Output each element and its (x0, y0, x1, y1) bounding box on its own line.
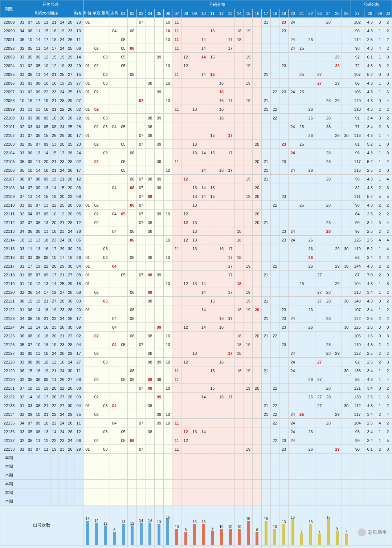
cell-dist: 11 (172, 366, 181, 375)
cell-dist: 27 (315, 297, 324, 305)
cell-dist (155, 332, 164, 340)
cell-dist (136, 70, 146, 79)
cell-dist: 07 (136, 218, 146, 227)
cell-number: 23 (58, 305, 66, 314)
cell-dist (110, 393, 119, 401)
cell-repeat: 2 (376, 105, 384, 114)
cell-dist (253, 401, 262, 410)
cell-dist (146, 149, 155, 157)
cell-period: 22122 (0, 305, 18, 314)
cell-dist: 29 (333, 131, 342, 140)
cell-dist (244, 419, 253, 427)
footer-num: 19 (244, 546, 253, 548)
cell-oddeven: 3:4 (364, 218, 376, 227)
cell-dist (181, 192, 190, 201)
cell-dist (244, 349, 253, 358)
cell-period: 22118 (0, 271, 18, 279)
cell-number: 16 (42, 166, 50, 175)
cell-consec: 0 (384, 271, 392, 279)
cell-dist (146, 210, 155, 218)
cell-oddeven: 4:3 (364, 297, 376, 305)
cell-dist: 19 (244, 262, 253, 271)
cell-dist (333, 427, 342, 436)
cell-dist (306, 227, 315, 236)
cell-dist (315, 323, 324, 332)
cell-repeat: 3 (376, 297, 384, 305)
cell-sum: 122 (351, 314, 364, 323)
cell-dist: 05 (119, 340, 128, 349)
cell-dist (83, 183, 92, 192)
cell-dist (270, 166, 279, 175)
cell-dist (235, 140, 244, 149)
count-bar: 7 (342, 506, 351, 546)
cell-dist (181, 157, 190, 166)
cell-repeat: 3 (376, 18, 384, 27)
cell-consec: 0 (384, 79, 392, 88)
cell-period: 22135 (0, 419, 18, 427)
cell-dist (342, 44, 351, 53)
cell-dist: 21 (262, 366, 271, 375)
cell-number: 16 (42, 105, 50, 114)
cell-number: 10 (34, 332, 42, 340)
cell-dist (315, 27, 324, 35)
cell-number: 21 (50, 18, 58, 27)
cell-consec: 4 (384, 131, 392, 140)
cell-number: 14 (42, 44, 50, 53)
footer-num: 29 (333, 546, 342, 548)
cell-dist (253, 166, 262, 175)
cell-dist: 18 (235, 27, 244, 35)
cell-dist (315, 201, 324, 210)
cell-dist: 06 (128, 44, 137, 53)
cell-consec: 0 (384, 53, 392, 61)
cell-dist (155, 105, 164, 114)
cell-period: 22137 (0, 436, 18, 445)
cell-dist: 26 (306, 323, 315, 332)
cell-dist: 14 (199, 53, 208, 61)
cell-number: 23 (50, 314, 58, 323)
cell-dist (172, 175, 181, 183)
cell-period: 22133 (0, 401, 18, 410)
cell-number: 05 (26, 436, 34, 445)
cell-dist (146, 105, 155, 114)
cell-dist: 05 (119, 61, 128, 70)
cell-dist (110, 96, 119, 105)
cell-dist (92, 79, 101, 88)
cell-dist: 10 (163, 253, 172, 262)
hdr-n14: 14 (235, 9, 244, 18)
cell-consec: 0 (384, 166, 392, 175)
cell-dist (101, 410, 110, 419)
cell-dist: 17 (226, 271, 235, 279)
cell-dist (110, 192, 119, 201)
cell-dist: 10 (163, 35, 172, 44)
cell-dist (92, 27, 101, 35)
cell-number: 23 (58, 436, 66, 445)
cell-oddeven: 2:5 (364, 349, 376, 358)
cell-sum: 71 (351, 122, 364, 131)
cell-dist: 13 (190, 244, 199, 253)
cell-dist (333, 27, 342, 35)
cell-number: 02 (18, 375, 26, 384)
cell-dist: 12 (181, 236, 190, 244)
cell-dist: 19 (244, 192, 253, 201)
cell-dist (208, 349, 217, 358)
cell-dist (226, 445, 235, 454)
cell-dist (208, 166, 217, 175)
count-bar: 9 (208, 506, 217, 546)
hdr-n20: 20 (288, 9, 297, 18)
cell-dist (279, 427, 289, 436)
cell-dist: 10 (163, 210, 172, 218)
cell-dist: 11 (172, 419, 181, 427)
cell-dist (324, 262, 333, 271)
cell-dist (306, 271, 315, 279)
cell-dist (279, 419, 289, 427)
cell-dist: 21 (262, 314, 271, 323)
cell-dist (333, 88, 342, 96)
data-row: 2211202070813202128120207081213202128993… (0, 218, 392, 227)
cell-dist (110, 427, 119, 436)
cell-dist (146, 279, 155, 288)
hdr-n18: 18 (270, 9, 279, 18)
cell-dist: 08 (146, 288, 155, 297)
cell-number: 15 (26, 297, 34, 305)
footer-num: 21 (262, 546, 271, 548)
data-row: 2209701020922232425160102091622232425106… (0, 88, 392, 96)
